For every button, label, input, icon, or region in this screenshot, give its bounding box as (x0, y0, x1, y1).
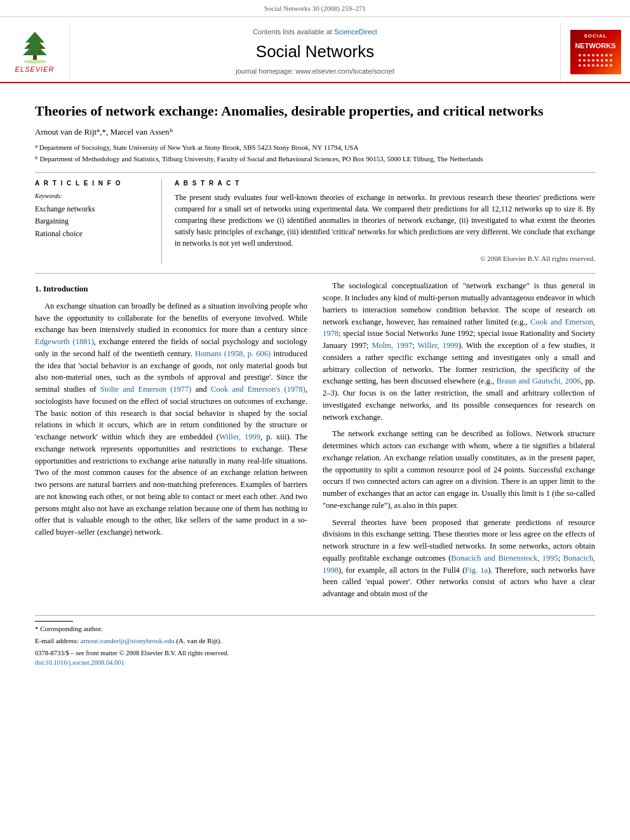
svg-marker-4 (23, 43, 47, 55)
sn-logo-pattern (577, 52, 615, 71)
sciencedirect-line: Contents lists available at ScienceDirec… (253, 27, 377, 37)
contents-text: Contents lists available at (253, 28, 332, 36)
svg-point-6 (40, 46, 43, 49)
top-bar: Social Networks 30 (2008) 259–271 (0, 0, 630, 17)
divider-1 (35, 172, 595, 173)
svg-point-19 (583, 59, 586, 62)
copyright: © 2008 Elsevier B.V. All rights reserved… (175, 254, 595, 264)
svg-point-25 (610, 59, 612, 62)
svg-point-20 (587, 59, 590, 62)
issn-line: 0378-8733/$ – see front matter © 2008 El… (35, 648, 595, 658)
svg-point-17 (610, 54, 612, 57)
footer-area: * Corresponding author. E-mail address: … (35, 615, 595, 667)
ref-willer-1999[interactable]: Willer, 1999 (219, 432, 260, 441)
ref-stolte-emerson[interactable]: Stolte and Emerson (1977) (100, 385, 192, 394)
abstract-text: The present study evaluates four well-kn… (175, 192, 595, 249)
affiliations: ᵃ Department of Sociology, State Univers… (35, 142, 595, 164)
keywords-label: Keywords: (35, 192, 152, 201)
svg-point-18 (579, 59, 581, 62)
abstract-heading: A B S T R A C T (175, 179, 595, 189)
journal-homepage: journal homepage: www.elsevier.com/locat… (236, 67, 394, 77)
affiliation-a: ᵃ Department of Sociology, State Univers… (35, 142, 595, 153)
corresponding-author: * Corresponding author. (35, 624, 595, 634)
author-names: Arnout van de Rijtᵃ,*, Marcel van Assenᵇ (35, 127, 173, 137)
article-title: Theories of network exchange: Anomalies,… (35, 102, 595, 121)
doi-text[interactable]: doi:10.1016/j.socnet.2008.04.001 (35, 659, 124, 666)
svg-point-21 (592, 59, 594, 62)
sciencedirect-link[interactable]: ScienceDirect (334, 28, 377, 36)
article-info-abstract: A R T I C L E I N F O Keywords: Exchange… (35, 179, 595, 264)
svg-point-7 (30, 52, 32, 54)
svg-point-1 (23, 60, 46, 63)
body-right-col: The sociological conceptualization of "n… (323, 280, 595, 605)
svg-point-26 (579, 64, 581, 67)
divider-2 (35, 273, 595, 274)
body-left-col: 1. Introduction An exchange situation ca… (35, 280, 307, 605)
keyword-1: Exchange networks (35, 204, 152, 215)
keyword-2: Bargaining (35, 216, 152, 227)
ref-cook-emerson-2[interactable]: Cook and Emerson, 1978 (323, 317, 595, 338)
ref-willer-2[interactable]: Willer, 1999 (418, 341, 459, 350)
ref-molm[interactable]: Molm, 1997 (372, 341, 412, 350)
article-info-col: A R T I C L E I N F O Keywords: Exchange… (35, 179, 162, 264)
ref-fig1a[interactable]: Fig. 1a (465, 566, 488, 575)
authors: Arnout van de Rijtᵃ,*, Marcel van Assenᵇ (35, 126, 595, 138)
svg-point-33 (610, 64, 612, 67)
affiliation-b: ᵇ Department of Methodology and Statisti… (35, 154, 595, 164)
intro-para-1: An exchange situation can broadly be def… (35, 300, 307, 538)
footnote-divider (35, 621, 73, 622)
email-suffix: (A. van de Rijt). (176, 637, 222, 644)
keyword-3: Rational choice (35, 229, 152, 239)
svg-point-13 (592, 54, 594, 57)
svg-point-22 (596, 59, 599, 62)
ref-homans[interactable]: Homans (1958, p. 606) (195, 349, 271, 358)
svg-point-31 (601, 64, 603, 67)
svg-point-24 (605, 59, 608, 62)
journal-title: Social Networks (256, 40, 374, 64)
journal-center: Contents lists available at ScienceDirec… (70, 22, 560, 82)
elsevier-logo: ELSEVIER (0, 22, 70, 82)
sn-logo-box: SOCIAL NETWORKS (570, 30, 621, 74)
svg-point-9 (34, 39, 36, 41)
email-label: E-mail address: (35, 637, 79, 644)
svg-point-10 (579, 54, 581, 57)
doi-line: doi:10.1016/j.socnet.2008.04.001 (35, 658, 595, 667)
page-wrapper: Social Networks 30 (2008) 259–271 (0, 0, 630, 840)
elsevier-brand: ELSEVIER (15, 65, 55, 75)
svg-point-14 (596, 54, 599, 57)
svg-point-32 (605, 64, 608, 67)
section1-heading: 1. Introduction (35, 283, 307, 295)
svg-point-12 (587, 54, 590, 57)
ref-cook-emerson[interactable]: Cook and Emerson's (1978) (211, 385, 305, 394)
svg-point-11 (583, 54, 586, 57)
journal-logo-right: SOCIAL NETWORKS (560, 22, 630, 82)
ref-braun[interactable]: Braun and Gautschi, 2006 (497, 377, 581, 385)
elsevier-tree-icon (13, 29, 57, 63)
svg-point-28 (587, 64, 590, 67)
intro-para-3: The network exchange setting can be desc… (323, 428, 595, 511)
body-columns: 1. Introduction An exchange situation ca… (35, 280, 595, 605)
svg-point-27 (583, 64, 586, 67)
article-info-heading: A R T I C L E I N F O (35, 179, 152, 189)
ref-edgeworth[interactable]: Edgeworth (1881) (35, 337, 94, 346)
svg-point-5 (27, 45, 30, 48)
email-line: E-mail address: arnout.vanderijt@stonybr… (35, 636, 595, 646)
citation-text: Social Networks 30 (2008) 259–271 (264, 4, 366, 12)
journal-header: ELSEVIER Contents lists available at Sci… (0, 17, 630, 83)
svg-point-23 (601, 59, 603, 62)
ref-bonacich-1[interactable]: Bonacich and Bienenstock, 1995 (451, 554, 558, 563)
abstract-col: A B S T R A C T The present study evalua… (175, 179, 595, 264)
svg-point-30 (596, 64, 599, 67)
svg-point-16 (605, 54, 608, 57)
issn-text: 0378-8733/$ – see front matter © 2008 El… (35, 650, 229, 657)
main-content: Theories of network exchange: Anomalies,… (0, 83, 630, 681)
svg-point-29 (592, 64, 594, 67)
intro-para-4: Several theories have been proposed that… (323, 517, 595, 600)
email-address[interactable]: arnout.vanderijt@stonybrook.edu (80, 637, 174, 644)
intro-para-2: The sociological conceptualization of "n… (323, 280, 595, 423)
svg-point-8 (38, 51, 40, 53)
svg-point-15 (601, 54, 603, 57)
